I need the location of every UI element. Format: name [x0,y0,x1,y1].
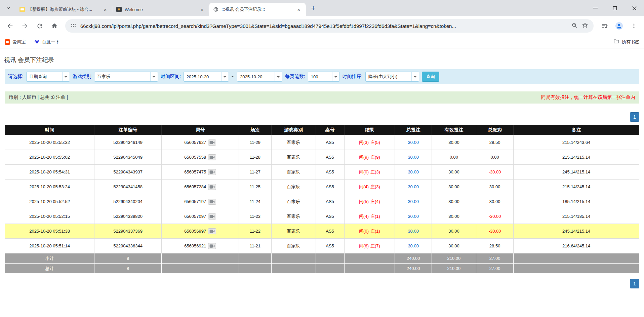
media-controls-icon[interactable] [598,19,611,33]
page-number-button[interactable]: 1 [630,112,639,122]
cell-payout: 30.00 [476,180,513,194]
filter-bar: 请选择: 日期查询 游戏类别 百家乐 时间区间: 2025-10-20 ~ 20… [5,69,639,84]
browser-menu-icon[interactable] [627,19,641,33]
maximize-button[interactable] [605,0,625,16]
query-type-select[interactable]: 日期查询 [26,72,70,82]
zoom-icon[interactable] [571,22,578,30]
date-from-select[interactable]: 2025-10-20 [184,72,229,82]
search-button[interactable]: 查询 [422,72,439,82]
cell-payout: 28.50 [476,135,513,150]
chevron-down-icon [332,72,339,81]
cell-valid-bet: 0.00 [432,150,476,165]
bet-row: 2025-10-20 05:54:31522904343937656057475… [5,165,639,180]
total-bet-link[interactable]: 30.00 [408,229,419,234]
close-tab-icon[interactable]: × [199,6,205,12]
subtotal-row-count: 8 [94,253,162,264]
subtotal-row-empty [162,253,239,264]
browser-tab-active[interactable]: :::视讯 会员下注纪录::: × [209,3,306,16]
bookmark-taobao[interactable]: 爱淘宝 [5,39,26,45]
total-bet-link[interactable]: 30.00 [408,243,419,248]
url-text[interactable]: 66cxkj98.com/ipl/portal.php/game/betreco… [80,23,567,29]
bet-row: 2025-10-20 05:52:52522904340204656057197… [5,194,639,209]
cell-session: 11-25 [239,180,271,194]
cell-time: 2025-10-20 05:53:24 [5,180,94,194]
bookmark-baidu[interactable]: 百度一下 [34,39,59,45]
column-header-4: 游戏类别 [271,125,316,135]
cell-table-no: AS5 [316,180,344,194]
video-replay-icon[interactable] [208,184,216,190]
total-row-remark [514,264,639,274]
cell-session: 11-27 [239,165,271,180]
total-bet-link[interactable]: 30.00 [408,155,419,160]
total-bet-link[interactable]: 30.00 [408,169,419,174]
cell-remark: 215.14/215.14 [514,150,639,165]
summary-left-text: 币别 : 人民币 | 总共 :8 注单 | [9,94,68,101]
total-bet-link[interactable]: 30.00 [408,199,419,204]
browser-tab-2[interactable]: Welcome × [112,3,209,16]
page-size-select[interactable]: 100 [308,72,340,82]
total-bet-link[interactable]: 30.00 [408,214,419,219]
video-replay-icon[interactable] [208,154,216,160]
profile-avatar-icon[interactable] [612,19,626,33]
total-bet-link[interactable]: 30.00 [408,184,419,189]
subtotal-row-payout: 27.00 [476,253,513,264]
tab2-favicon-icon [116,7,122,12]
subtotal-row: 小计8240.00210.0027.00 [5,253,639,264]
minimize-button[interactable] [586,0,605,16]
video-replay-icon[interactable] [208,243,216,249]
page-number-button[interactable]: 1 [630,279,639,288]
bookmark-star-icon[interactable] [582,22,588,30]
all-bookmarks[interactable]: 所有书签 [613,38,639,45]
date-to-select[interactable]: 2025-10-20 [237,72,282,82]
bookmark-label: 百度一下 [42,39,59,45]
back-icon[interactable] [3,19,17,33]
close-tab-icon[interactable]: × [102,6,108,12]
folder-icon [613,38,619,45]
column-header-5: 桌号 [316,125,344,135]
result-player: 闲(6) [359,243,369,248]
reload-icon[interactable] [33,19,46,33]
cell-payout: 30.00 [476,194,513,209]
tab-search-icon[interactable] [3,3,13,13]
result-player: 闲(4) [359,184,369,189]
close-window-button[interactable] [625,0,644,16]
total-bet-link[interactable]: 30.00 [408,140,419,145]
total-row-total-bet: 240.00 [395,264,432,274]
cell-round-id: 656056921 [162,239,239,253]
forward-icon[interactable] [18,19,32,33]
sort-select[interactable]: 降幂(由大到小) [365,72,419,82]
video-replay-icon[interactable] [208,199,216,205]
bookmark-label: 爱淘宝 [12,39,26,45]
video-replay-icon[interactable] [208,140,216,146]
cell-session: 11-22 [239,224,271,239]
cell-remark: 245.14/215.14 [514,224,639,239]
cell-time: 2025-10-20 05:54:31 [5,165,94,180]
subtotal-row-empty [316,253,344,264]
cell-result: 闲(0)庄(1) [344,224,395,239]
video-replay-icon[interactable] [208,213,216,220]
pagination-bottom: 1 [5,279,639,288]
close-tab-icon[interactable]: × [296,6,302,12]
new-tab-button[interactable]: + [308,3,319,13]
game-type-select[interactable]: 百家乐 [94,72,158,82]
video-replay-icon[interactable] [208,169,216,175]
page-size-label: 每页笔数: [285,74,305,80]
all-bookmarks-label: 所有书签 [622,39,639,45]
cell-remark: 215.14/245.14 [514,180,639,194]
chevron-down-icon [150,72,158,81]
address-bar[interactable]: 66cxkj98.com/ipl/portal.php/game/betreco… [65,19,594,33]
browser-tab-1[interactable]: 【新提醒】海燕策略论坛 - 综合... × [15,3,112,16]
result-banker: 庄(5) [370,140,380,145]
column-header-2: 局号 [162,125,239,135]
site-info-icon[interactable] [71,23,76,30]
result-banker: 庄(9) [370,155,380,160]
tab-list: 【新提醒】海燕策略论坛 - 综合... × Welcome × :::视讯 会员… [15,0,306,16]
cell-round-id: 656057284 [162,180,239,194]
home-icon[interactable] [48,19,61,33]
chevron-down-icon [62,72,70,81]
video-replay-icon[interactable] [208,228,216,234]
result-banker: 庄(3) [370,169,380,174]
tab-title: :::视讯 会员下注纪录::: [222,6,293,12]
cell-table-no: AS5 [316,224,344,239]
cell-bet-id: 522904343937 [94,165,162,180]
